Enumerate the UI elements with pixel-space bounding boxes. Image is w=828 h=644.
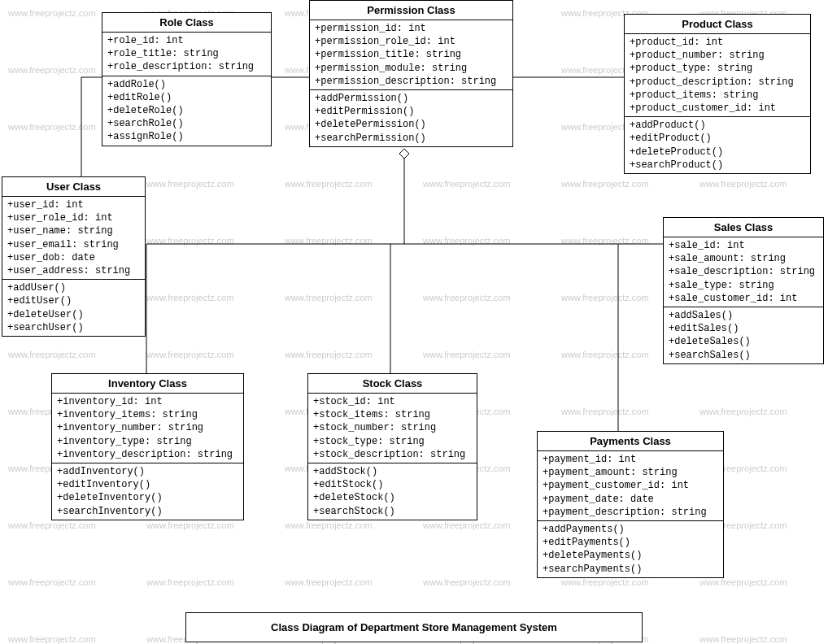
uml-line: +permission_role_id: int xyxy=(315,35,508,48)
watermark-text: www.freeprojectz.com xyxy=(561,350,649,359)
watermark-text: www.freeprojectz.com xyxy=(285,520,373,530)
uml-line: +deletePermission() xyxy=(315,118,508,131)
uml-line: +user_name: string xyxy=(7,224,140,237)
uml-line: +role_title: string xyxy=(107,47,266,60)
class-sales-title: Sales Class xyxy=(664,218,823,237)
watermark-text: www.freeprojectz.com xyxy=(423,350,511,359)
uml-line: +addStock() xyxy=(313,465,472,478)
watermark-text: www.freeprojectz.com xyxy=(699,634,787,644)
uml-line: +sale_description: string xyxy=(669,265,818,278)
watermark-text: www.freeprojectz.com xyxy=(423,236,511,246)
watermark-text: www.freeprojectz.com xyxy=(699,179,787,189)
watermark-text: www.freeprojectz.com xyxy=(423,577,511,587)
class-sales-attrs: +sale_id: int+sale_amount: string+sale_d… xyxy=(664,237,823,307)
class-inventory: Inventory Class +inventory_id: int+inven… xyxy=(51,373,244,520)
class-permission: Permission Class +permission_id: int+per… xyxy=(309,0,513,147)
watermark-text: www.freeprojectz.com xyxy=(561,577,649,587)
class-permission-ops: +addPermission()+editPermission()+delete… xyxy=(310,90,512,146)
uml-line: +stock_items: string xyxy=(313,408,472,421)
uml-line: +permission_title: string xyxy=(315,48,508,61)
watermark-text: www.freeprojectz.com xyxy=(146,236,234,246)
uml-line: +searchPermission() xyxy=(315,132,508,145)
uml-line: +user_id: int xyxy=(7,198,140,211)
watermark-text: www.freeprojectz.com xyxy=(699,407,787,416)
uml-line: +payment_date: date xyxy=(543,493,718,506)
uml-line: +inventory_type: string xyxy=(57,435,238,448)
uml-line: +inventory_items: string xyxy=(57,408,238,421)
uml-line: +addProduct() xyxy=(630,119,805,132)
watermark-text: www.freeprojectz.com xyxy=(285,236,373,246)
uml-line: +addSales() xyxy=(669,309,818,322)
class-payments: Payments Class +payment_id: int+payment_… xyxy=(537,431,724,578)
uml-line: +addPermission() xyxy=(315,92,508,105)
uml-line: +payment_customer_id: int xyxy=(543,479,718,492)
class-payments-title: Payments Class xyxy=(538,432,723,451)
uml-line: +permission_description: string xyxy=(315,75,508,88)
watermark-text: www.freeprojectz.com xyxy=(699,577,787,587)
uml-line: +inventory_id: int xyxy=(57,395,238,408)
uml-line: +addPayments() xyxy=(543,523,718,536)
class-sales: Sales Class +sale_id: int+sale_amount: s… xyxy=(663,217,824,364)
uml-line: +sale_type: string xyxy=(669,279,818,292)
uml-line: +product_type: string xyxy=(630,62,805,75)
uml-line: +stock_type: string xyxy=(313,435,472,448)
uml-line: +addRole() xyxy=(107,78,266,91)
uml-line: +stock_description: string xyxy=(313,448,472,461)
uml-line: +editSales() xyxy=(669,322,818,335)
uml-line: +product_number: string xyxy=(630,49,805,62)
class-product: Product Class +product_id: int+product_n… xyxy=(624,14,811,174)
watermark-text: www.freeprojectz.com xyxy=(8,122,96,132)
uml-line: +searchInventory() xyxy=(57,505,238,518)
uml-line: +sale_amount: string xyxy=(669,252,818,265)
class-user-attrs: +user_id: int+user_role_id: int+user_nam… xyxy=(2,197,145,280)
uml-line: +user_address: string xyxy=(7,264,140,277)
uml-line: +product_items: string xyxy=(630,89,805,102)
class-permission-title: Permission Class xyxy=(310,1,512,20)
watermark-text: www.freeprojectz.com xyxy=(146,520,234,530)
uml-line: +searchRole() xyxy=(107,117,266,130)
uml-line: +inventory_number: string xyxy=(57,421,238,434)
uml-line: +user_role_id: int xyxy=(7,211,140,224)
class-role-title: Role Class xyxy=(102,13,271,33)
class-user: User Class +user_id: int+user_role_id: i… xyxy=(2,176,146,337)
diagram-caption: Class Diagram of Department Store Manage… xyxy=(185,612,643,642)
uml-line: +sale_customer_id: int xyxy=(669,292,818,305)
uml-line: +addInventory() xyxy=(57,465,238,478)
uml-line: +searchUser() xyxy=(7,321,140,334)
class-user-ops: +addUser()+editUser()+deleteUser()+searc… xyxy=(2,280,145,336)
uml-line: +deleteInventory() xyxy=(57,491,238,504)
watermark-text: www.freeprojectz.com xyxy=(561,407,649,416)
watermark-text: www.freeprojectz.com xyxy=(146,293,234,302)
watermark-text: www.freeprojectz.com xyxy=(423,179,511,189)
watermark-text: www.freeprojectz.com xyxy=(423,520,511,530)
watermark-text: www.freeprojectz.com xyxy=(285,577,373,587)
uml-line: +searchProduct() xyxy=(630,159,805,172)
watermark-text: www.freeprojectz.com xyxy=(8,520,96,530)
class-role-ops: +addRole()+editRole()+deleteRole()+searc… xyxy=(102,76,271,146)
uml-line: +editUser() xyxy=(7,294,140,307)
uml-line: +payment_amount: string xyxy=(543,466,718,479)
watermark-text: www.freeprojectz.com xyxy=(561,179,649,189)
uml-line: +addUser() xyxy=(7,281,140,294)
class-inventory-ops: +addInventory()+editInventory()+deleteIn… xyxy=(52,463,243,520)
uml-line: +inventory_description: string xyxy=(57,448,238,461)
class-product-ops: +addProduct()+editProduct()+deleteProduc… xyxy=(625,117,810,173)
class-role: Role Class +role_id: int+role_title: str… xyxy=(102,12,272,146)
uml-line: +searchStock() xyxy=(313,505,472,518)
watermark-text: www.freeprojectz.com xyxy=(8,577,96,587)
watermark-text: www.freeprojectz.com xyxy=(8,634,96,644)
uml-line: +editPayments() xyxy=(543,536,718,549)
watermark-text: www.freeprojectz.com xyxy=(8,8,96,18)
uml-line: +deleteSales() xyxy=(669,335,818,348)
uml-line: +payment_description: string xyxy=(543,506,718,519)
uml-line: +payment_id: int xyxy=(543,453,718,466)
uml-line: +role_description: string xyxy=(107,60,266,73)
uml-line: +deletePayments() xyxy=(543,549,718,562)
class-role-attrs: +role_id: int+role_title: string+role_de… xyxy=(102,33,271,76)
uml-line: +searchSales() xyxy=(669,349,818,362)
watermark-text: www.freeprojectz.com xyxy=(146,179,234,189)
uml-line: +permission_id: int xyxy=(315,22,508,35)
uml-line: +deleteUser() xyxy=(7,308,140,321)
uml-line: +searchPayments() xyxy=(543,563,718,576)
uml-line: +product_id: int xyxy=(630,36,805,49)
